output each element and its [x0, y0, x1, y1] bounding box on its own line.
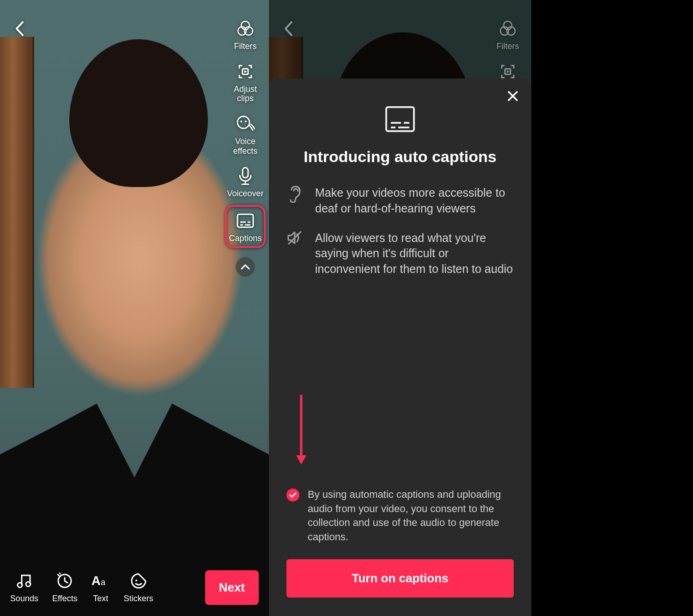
mute-icon: [286, 230, 303, 277]
close-icon: [507, 90, 519, 102]
bullet-accessibility-text: Make your videos more accessible to deaf…: [315, 185, 514, 217]
back-button[interactable]: [9, 18, 30, 39]
adjust-clips-label: Adjust clips: [225, 85, 266, 103]
voice-effects-label: Voice effects: [233, 137, 258, 156]
voice-effects-tool[interactable]: Voice effects: [233, 114, 258, 156]
close-button[interactable]: [505, 88, 521, 104]
check-icon: [289, 492, 297, 498]
svg-text:A: A: [91, 574, 101, 588]
bottom-toolbar: Sounds Effects Aa Text Stickers: [0, 570, 269, 605]
voiceover-tool[interactable]: Voiceover: [227, 166, 263, 199]
svg-point-18: [135, 580, 137, 581]
editor-screen-right: Filters Introducing auto captions Make y…: [269, 0, 531, 616]
svg-rect-7: [243, 168, 248, 178]
bullet-accessibility: Make your videos more accessible to deaf…: [286, 185, 514, 217]
filters-label: Filters: [497, 42, 519, 51]
side-toolbar: Filters Adjust clips Voice effects Voice…: [225, 18, 266, 277]
mic-icon: [235, 166, 255, 186]
svg-point-14: [26, 582, 30, 586]
voiceover-label: Voiceover: [227, 189, 263, 199]
bullet-readability-text: Allow viewers to read what you're saying…: [315, 230, 514, 277]
text-label: Text: [93, 594, 108, 604]
sounds-tool[interactable]: Sounds: [10, 572, 38, 604]
text-tool[interactable]: Aa Text: [91, 572, 110, 604]
captions-intro-icon: [384, 105, 416, 133]
collapse-tools-button[interactable]: [236, 257, 255, 277]
filters-label: Filters: [234, 42, 257, 51]
annotation-arrow: [294, 393, 308, 466]
chevron-left-icon: [283, 21, 293, 36]
sounds-label: Sounds: [10, 594, 38, 604]
filters-tool: Filters: [497, 18, 519, 51]
editor-screen-left: Filters Adjust clips Voice effects Voice…: [0, 0, 269, 616]
next-button[interactable]: Next: [205, 570, 259, 605]
chevron-left-icon: [14, 21, 24, 36]
text-icon: Aa: [91, 572, 110, 590]
effects-tool[interactable]: Effects: [52, 572, 78, 604]
voice-effects-icon: [235, 114, 255, 134]
captions-icon: [235, 211, 255, 231]
music-note-icon: [15, 572, 34, 590]
adjust-clips-icon: [235, 61, 255, 82]
auto-captions-modal: Introducing auto captions Make your vide…: [269, 79, 531, 616]
side-toolbar: Filters: [487, 18, 529, 82]
turn-on-captions-button[interactable]: Turn on captions: [286, 559, 514, 598]
svg-point-13: [18, 583, 22, 587]
back-button[interactable]: [278, 18, 298, 39]
filters-icon: [498, 18, 518, 39]
ear-icon: [286, 185, 303, 217]
consent-text: By using automatic captions and uploadin…: [308, 488, 514, 544]
captions-label: Captions: [229, 234, 261, 243]
svg-point-6: [245, 121, 247, 122]
bullet-readability: Allow viewers to read what you're saying…: [286, 230, 514, 277]
svg-point-4: [237, 116, 249, 128]
consent-row[interactable]: By using automatic captions and uploadin…: [286, 488, 514, 544]
filters-tool[interactable]: Filters: [234, 18, 257, 51]
adjust-clips-tool[interactable]: Adjust clips: [225, 61, 266, 103]
chevron-up-icon: [240, 264, 250, 270]
effects-icon: [55, 572, 74, 590]
modal-title: Introducing auto captions: [286, 148, 514, 166]
filters-icon: [235, 18, 255, 39]
stickers-icon: [129, 572, 148, 590]
svg-point-5: [240, 121, 242, 122]
consent-checkbox[interactable]: [286, 489, 299, 501]
captions-tool[interactable]: Captions: [225, 205, 265, 248]
effects-label: Effects: [52, 594, 78, 604]
stickers-label: Stickers: [124, 594, 153, 604]
stickers-tool[interactable]: Stickers: [124, 572, 153, 604]
svg-text:a: a: [101, 578, 106, 587]
